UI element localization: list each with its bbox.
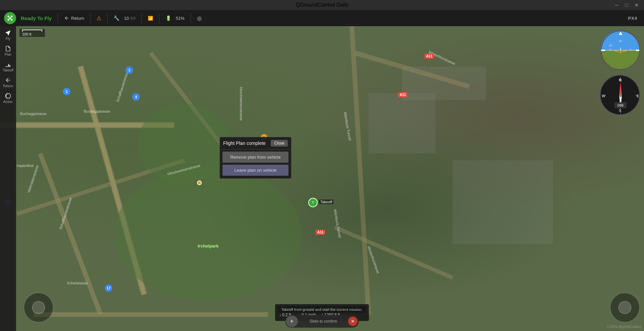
badge-a11-2: A11 [398,92,407,97]
sidebar-label-return: Return [3,84,13,88]
svg-line-6 [10,16,12,18]
minimize-button[interactable]: ─ [613,2,621,8]
dialog-header: Flight Plan complete Close [220,137,291,150]
wp-badge-1a: 1 [126,66,133,74]
separator [58,13,58,23]
joystick-right-outer [610,292,640,323]
signal-bars: 📶 [148,16,153,21]
battery-percent: 51% [176,16,185,21]
svg-text:E: E [637,94,639,98]
scale-bar: 100 ft [19,29,45,37]
svg-line-8 [10,18,12,20]
takeoff-label: Takeoff [319,200,333,204]
svg-point-54 [619,94,622,97]
wp-badge-17b: 17 [105,284,112,292]
slide-text: Slide to confirm [299,319,348,324]
sidebar-item-return[interactable]: Return [1,75,15,90]
app-title: QGroundControl Daily [296,2,348,8]
svg-rect-42 [636,50,640,51]
svg-text:N: N [619,78,622,82]
separator [90,13,90,23]
sidebar-item-fly[interactable]: Fly [1,27,15,43]
compass-indicator: N S W E 086 [600,75,640,115]
sidebar-item-plan[interactable]: Plan [1,43,15,58]
svg-line-16 [352,26,369,315]
px4-logo: PX4 [628,16,637,21]
return-item[interactable]: Return [64,15,84,21]
badge-a11-1: A11 [425,54,434,59]
warning-icon[interactable]: ⚠ [96,15,101,21]
drone-status-icon [4,12,16,24]
joystick-right-inner [619,301,631,314]
leave-plan-button[interactable]: Leave plan on vehicle [222,165,288,176]
separator [191,13,191,23]
svg-line-23 [335,227,452,278]
remove-plan-button[interactable]: Remove plan from vehicle [222,152,288,163]
sidebar-label-plan: Plan [5,53,11,56]
separator [141,13,142,23]
dialog-title: Flight Plan complete [223,141,266,146]
window-controls: ─ □ ✕ [613,0,641,10]
slide-to-confirm[interactable]: Slide to confirm ✕ [285,315,359,328]
separator [107,13,108,23]
close-window-button[interactable]: ✕ [633,2,641,8]
badge-a11-3: A11 [316,230,325,235]
titlebar: QGroundControl Daily ─ □ ✕ [0,0,644,10]
wrench-icon: 🔧 [114,15,119,21]
svg-line-13 [40,154,101,315]
svg-text:W: W [602,94,605,98]
toolbar: Ready To Fly Return ⚠ 🔧 10 0.0 📶 🔋 51% ◎… [0,10,644,26]
gps-icon: ◎ [197,15,202,21]
svg-rect-19 [369,93,436,154]
joystick-left-outer [23,292,54,323]
joystick-left[interactable] [23,292,54,323]
svg-point-18 [137,103,231,184]
waypoint-mid [197,180,202,185]
dialog-close-button[interactable]: Close [271,140,288,147]
takeoff-waypoint: T Takeoff [308,198,318,207]
sidebar-item-action[interactable]: Action [1,91,15,106]
svg-point-36 [620,51,622,53]
svg-text:086: 086 [618,103,624,107]
svg-rect-21 [452,160,553,244]
watermark: CSDN @运动Coding [607,324,641,329]
svg-text:20: 20 [619,40,622,43]
separator [159,13,159,23]
joystick-left-inner [32,301,45,314]
svg-line-7 [8,18,10,20]
slide-handle[interactable] [286,316,298,327]
svg-line-5 [8,16,10,18]
main-area: Bucheggstrasse Bucheggstrasse Schaffhaus… [0,26,644,331]
svg-text:S: S [619,108,621,112]
return-label: Return [71,16,84,21]
slide-close-button[interactable]: ✕ [348,317,358,326]
restore-button[interactable]: □ [623,2,630,8]
svg-point-17 [114,167,302,301]
flight-plan-dialog: Flight Plan complete Close Remove plan f… [219,137,292,179]
sidebar-label-fly: Fly [6,37,10,41]
wp-badge-4: 4 [132,93,140,101]
attitude-indicator: 10 20 [600,30,640,70]
status-text: Ready To Fly [21,15,52,21]
compass-circle: N S W E 086 [600,75,640,115]
map-background[interactable]: Bucheggstrasse Bucheggstrasse Schaffhaus… [0,26,644,331]
attitude-circle: 10 20 [600,30,640,70]
svg-rect-29 [600,50,640,70]
map-texture [0,26,644,331]
wrench-value: 10 0.0 [124,16,135,21]
wp-badge-1b: 1 [63,88,70,95]
svg-text:10: 10 [609,44,612,47]
sidebar-item-takeoff[interactable]: Takeoff [1,59,15,74]
sidebar: Fly Plan Takeoff Return Action [0,26,16,331]
sidebar-label-action: Action [3,100,13,104]
svg-rect-41 [601,50,605,51]
battery-icon: 🔋 [166,15,171,21]
joystick-right[interactable] [610,292,640,323]
bottom-status-text: Takeoff from ground and start the curren… [278,307,366,313]
sidebar-label-takeoff: Takeoff [3,68,13,72]
